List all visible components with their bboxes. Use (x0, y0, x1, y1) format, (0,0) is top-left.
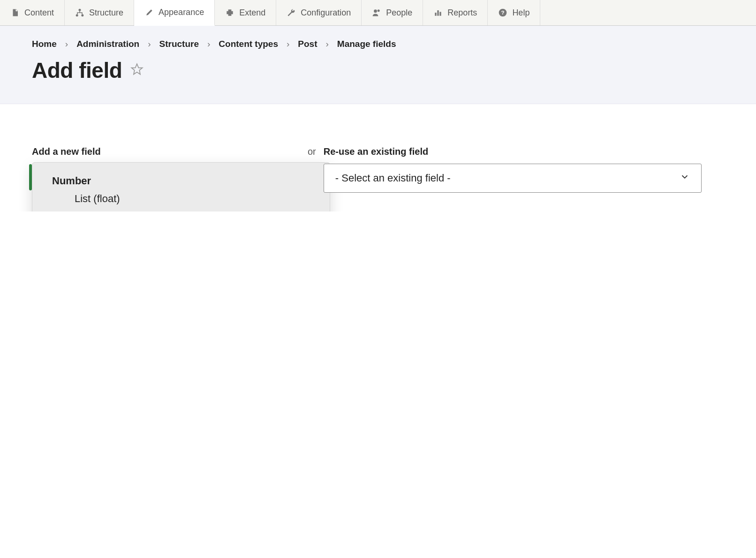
select-placeholder: - Select an existing field - (335, 172, 451, 184)
toolbar-extend[interactable]: Extend (215, 0, 276, 25)
svg-rect-5 (435, 13, 437, 16)
chevron-right-icon: › (148, 39, 151, 49)
breadcrumb-link[interactable]: Manage fields (337, 39, 396, 49)
page-title: Add field (32, 58, 122, 83)
chevron-right-icon: › (326, 39, 329, 49)
toolbar-people[interactable]: People (362, 0, 423, 25)
svg-point-4 (378, 9, 380, 12)
toolbar-content[interactable]: Content (0, 0, 65, 25)
existing-field-label: Re-use an existing field (324, 146, 702, 157)
svg-point-2 (81, 14, 83, 16)
breadcrumb: Home › Administration › Structure › Cont… (32, 39, 724, 49)
toolbar-label: Structure (89, 8, 123, 18)
content-region: Add a new field NumberList (float)List (… (0, 104, 756, 211)
breadcrumb-link[interactable]: Post (298, 39, 317, 49)
or-text: or (308, 146, 316, 157)
new-field-column: Add a new field NumberList (float)List (… (32, 146, 295, 164)
svg-point-1 (76, 14, 78, 16)
toolbar-label: Configuration (301, 8, 351, 18)
toolbar-reports[interactable]: Reports (423, 0, 488, 25)
puzzle-icon (225, 8, 234, 17)
svg-point-0 (79, 9, 81, 11)
new-field-label: Add a new field (32, 146, 295, 157)
toolbar-help[interactable]: ? Help (488, 0, 540, 25)
svg-point-3 (374, 9, 377, 13)
bar-chart-icon (433, 8, 443, 17)
svg-text:?: ? (501, 9, 505, 15)
breadcrumb-link[interactable]: Structure (159, 39, 199, 49)
field-type-option[interactable]: List (integer) (32, 208, 330, 211)
optgroup-label: Number (32, 171, 330, 190)
breadcrumb-link[interactable]: Administration (76, 39, 139, 49)
toolbar-label: People (386, 8, 412, 18)
chevron-right-icon: › (287, 39, 289, 49)
help-icon: ? (498, 8, 507, 17)
toolbar-label: Content (24, 8, 54, 18)
breadcrumb-link[interactable]: Home (32, 39, 57, 49)
chevron-right-icon: › (65, 39, 68, 49)
toolbar-appearance[interactable]: Appearance (134, 0, 215, 26)
hierarchy-icon (75, 8, 84, 17)
existing-field-column: or Re-use an existing field - Select an … (308, 146, 702, 193)
chevron-down-icon (680, 172, 690, 185)
wrench-icon (287, 8, 296, 17)
new-field-type-dropdown[interactable]: NumberList (float)List (integer)Number (… (32, 162, 330, 211)
breadcrumb-link[interactable]: Content types (219, 39, 278, 49)
svg-rect-6 (438, 10, 439, 16)
chevron-right-icon: › (207, 39, 210, 49)
existing-field-select[interactable]: - Select an existing field - (324, 164, 702, 193)
page-header: Home › Administration › Structure › Cont… (0, 26, 756, 104)
toolbar-label: Appearance (159, 8, 204, 17)
people-icon (372, 8, 381, 17)
admin-toolbar: Content Structure Appearance Extend Conf… (0, 0, 756, 26)
toolbar-label: Extend (239, 8, 265, 18)
toolbar-label: Reports (447, 8, 477, 18)
toolbar-configuration[interactable]: Configuration (276, 0, 362, 25)
paintbrush-icon (144, 8, 154, 17)
toolbar-label: Help (512, 8, 529, 18)
field-type-option[interactable]: List (float) (32, 190, 330, 208)
file-icon (10, 8, 20, 17)
star-outline-icon[interactable] (130, 63, 144, 78)
svg-rect-7 (440, 12, 441, 15)
toolbar-structure[interactable]: Structure (65, 0, 134, 25)
